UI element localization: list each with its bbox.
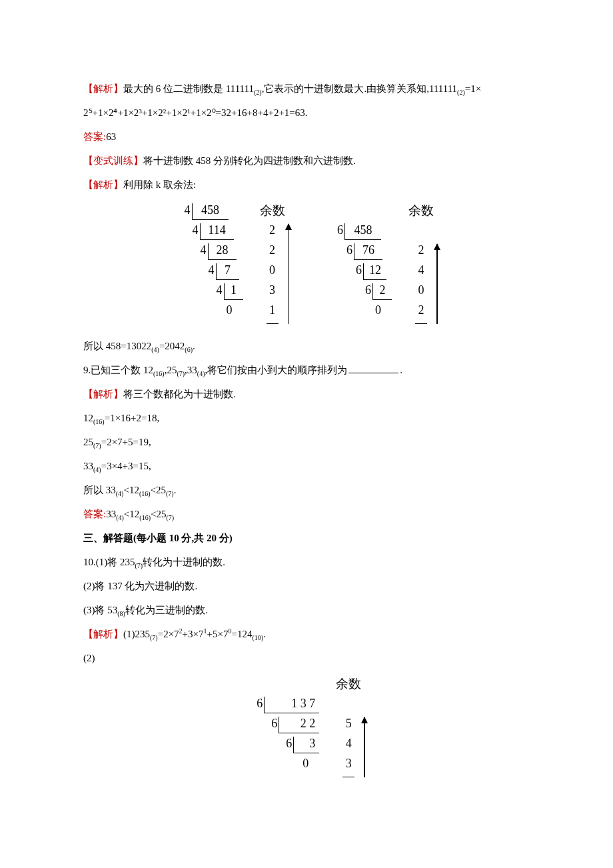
question-10-3: (3)将 53(8)转化为三进制的数. bbox=[83, 598, 530, 622]
text: <25 bbox=[151, 509, 166, 519]
answer-line-1: 答案:63 bbox=[83, 125, 530, 149]
question-10-1: 10.(1)将 235(7)转化为十进制的数. bbox=[83, 550, 530, 574]
remainder: 2 bbox=[415, 243, 427, 263]
dividend: 2 bbox=[372, 283, 392, 300]
text: . bbox=[400, 365, 402, 375]
steps-column: 6458 676 612 62 0 bbox=[328, 203, 392, 324]
dividend: 114 bbox=[200, 223, 234, 240]
text: ,33 bbox=[185, 365, 197, 375]
calc-33-4: 33(4)=3×4+3=15, bbox=[83, 454, 530, 478]
steps-column: 61 3 7 62 2 63 0 bbox=[248, 677, 319, 777]
subscript: (6) bbox=[185, 346, 193, 353]
remainder: 2 bbox=[415, 303, 427, 324]
text: 利用除 k 取余法: bbox=[123, 179, 196, 190]
steps-column: 4458 4114 428 47 41 0 bbox=[176, 203, 243, 324]
arrow-up-icon bbox=[364, 717, 365, 777]
divisor: 6 bbox=[347, 263, 363, 278]
text: <12 bbox=[124, 509, 139, 519]
subscript: (7) bbox=[150, 634, 158, 641]
text: <12 bbox=[123, 485, 139, 495]
remainder: 2 bbox=[267, 243, 279, 263]
text: 转化为十进制的数. bbox=[143, 557, 225, 567]
document-page: 【解析】最大的 6 位二进制数是 111111(2),它表示的十进制数最大.由换… bbox=[0, 0, 613, 827]
subscript: (10) bbox=[252, 634, 263, 641]
text: . bbox=[193, 341, 195, 351]
analysis-q9: 【解析】将三个数都化为十进制数. bbox=[83, 382, 530, 406]
calc-25-7: 25(7)=2×7+5=19, bbox=[83, 430, 530, 454]
division-base-6: 6458 676 612 62 0 余数 2 4 0 2 bbox=[328, 203, 438, 324]
remainder-header: 余数 bbox=[408, 203, 434, 223]
dividend: 3 bbox=[293, 737, 319, 753]
text: =124 bbox=[231, 629, 252, 639]
subscript: (16) bbox=[93, 418, 105, 425]
text: ,将它们按由小到大的顺序排列为 bbox=[205, 365, 348, 375]
text: (3)将 53 bbox=[83, 605, 117, 615]
text: =3×4+3=15, bbox=[101, 461, 151, 471]
subscript: (4) bbox=[197, 370, 205, 377]
subscript: (7) bbox=[177, 370, 185, 377]
ordering-result: 所以 33(4)<12(16)<25(7). bbox=[83, 478, 530, 502]
remainder: 5 bbox=[342, 717, 354, 737]
text: 所以 458=13022 bbox=[83, 341, 151, 351]
dividend: 1 3 7 bbox=[264, 697, 319, 713]
remainder-column: 余数 5 4 3 bbox=[336, 677, 361, 777]
subscript: (2) bbox=[457, 89, 465, 96]
dividend: 1 bbox=[224, 283, 243, 300]
text: =1×16+2=18, bbox=[105, 413, 160, 423]
remainder: 1 bbox=[267, 303, 279, 324]
text: 25 bbox=[83, 437, 93, 447]
text: 9.已知三个数 12 bbox=[83, 365, 153, 375]
remainder: 0 bbox=[415, 283, 427, 303]
subscript: (16) bbox=[153, 370, 165, 377]
subscript: (16) bbox=[139, 490, 151, 497]
text: 12 bbox=[83, 413, 93, 423]
text: =2×7 bbox=[158, 629, 179, 639]
remainder-header: 余数 bbox=[260, 203, 285, 223]
division-base-4: 4458 4114 428 47 41 0 余数 2 2 0 3 1 bbox=[176, 203, 289, 324]
divisor: 6 bbox=[356, 283, 372, 298]
divisor: 6 bbox=[277, 737, 293, 751]
divisor: 6 bbox=[328, 223, 344, 238]
text: (1)235 bbox=[123, 629, 150, 639]
text: <25 bbox=[151, 485, 166, 495]
division-diagram-single: 61 3 7 62 2 63 0 余数 5 4 3 bbox=[83, 677, 530, 777]
subscript: (4) bbox=[116, 490, 124, 497]
remainder-column: 余数 2 2 0 3 1 bbox=[260, 203, 285, 324]
division-diagram-row: 4458 4114 428 47 41 0 余数 2 2 0 3 1 bbox=[83, 203, 530, 324]
analysis-label: 【解析】 bbox=[83, 83, 123, 94]
subscript: (2) bbox=[254, 89, 262, 96]
remainder: 3 bbox=[267, 283, 279, 303]
analysis-para-1b: 2⁵+1×2⁴+1×2³+1×2²+1×2¹+1×2⁰=32+16+8+4+2+… bbox=[83, 101, 530, 125]
analysis-para-1a: 【解析】最大的 6 位二进制数是 111111(2),它表示的十进制数最大.由换… bbox=[83, 77, 530, 101]
result-458: 所以 458=13022(4)=2042(6). bbox=[83, 334, 530, 358]
text: 将十进制数 458 分别转化为四进制数和六进制数. bbox=[143, 155, 356, 166]
remainder: 4 bbox=[342, 737, 354, 757]
text: 转化为三进制的数. bbox=[125, 605, 208, 615]
calc-12-16: 12(16)=1×16+2=18, bbox=[83, 406, 530, 430]
variation-label: 【变式训练】 bbox=[83, 155, 143, 166]
analysis-label: 【解析】 bbox=[83, 179, 123, 190]
divisor: 4 bbox=[208, 283, 224, 298]
question-9: 9.已知三个数 12(16),25(7),33(4),将它们按由小到大的顺序排列… bbox=[83, 358, 530, 382]
remainder: 4 bbox=[415, 263, 427, 283]
text: +5×7 bbox=[207, 629, 229, 639]
subscript: (7) bbox=[166, 514, 174, 521]
divisor: 6 bbox=[338, 243, 354, 258]
arrow-column bbox=[364, 677, 365, 777]
subscript: (4) bbox=[151, 346, 159, 353]
dividend: 76 bbox=[354, 243, 382, 260]
divisor: 4 bbox=[192, 243, 208, 258]
subscript: (7) bbox=[135, 562, 143, 569]
text: 10.(1)将 235 bbox=[83, 557, 135, 567]
text: 将三个数都化为十进制数. bbox=[123, 389, 236, 399]
text: 33 bbox=[106, 509, 116, 519]
text: . bbox=[263, 629, 266, 639]
subscript: (16) bbox=[139, 514, 151, 521]
arrow-column bbox=[288, 203, 289, 324]
subscript: (7) bbox=[166, 490, 174, 497]
text: 33 bbox=[83, 461, 93, 471]
answer-blank bbox=[348, 364, 398, 374]
divisor: 4 bbox=[200, 263, 216, 278]
divisor: 6 bbox=[263, 717, 279, 731]
answer-label: 答案: bbox=[83, 509, 106, 519]
